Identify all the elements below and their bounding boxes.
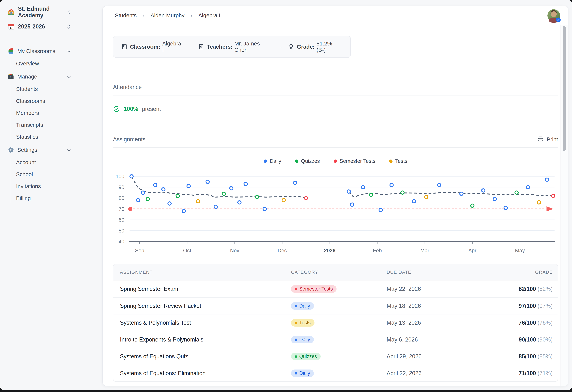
breadcrumb-item-algebra-i: Algebra I [198,12,220,18]
school-year: 2025-2026 [18,23,45,30]
breadcrumb-row: StudentsAiden MurphyAlgebra I [103,6,568,25]
section-divider [113,95,558,95]
section-divider [113,147,558,148]
sidebar-item-overview[interactable]: Overview [16,59,102,68]
classroom-label: Classroom: [130,44,160,50]
sidebar-item-classrooms[interactable]: Classrooms [16,97,102,106]
svg-text:Dec: Dec [278,248,287,253]
grade-cell: 90/100(90%) [487,336,558,343]
svg-text:50: 50 [119,228,124,234]
table-row[interactable]: Systems & Polynomials TestTestsMay 13, 2… [113,314,558,331]
sidebar-item-billing[interactable]: Billing [16,194,102,203]
breadcrumb-item-aiden-murphy[interactable]: Aiden Murphy [150,12,185,18]
grade-value: 81.2% (B-) [317,40,343,53]
verified-badge-icon [556,17,561,22]
category-cell: Daily [291,336,387,344]
grade-percent: (71%) [538,370,553,377]
column-header-grade: GRADE [487,270,558,275]
grade-percent: (90%) [538,336,553,343]
nav-group-my-classrooms[interactable]: My Classrooms [8,46,71,56]
books-icon [8,48,14,54]
grade-label: Grade: [297,44,315,50]
table-row[interactable]: Intro to Exponents & PolynomialsDailyMay… [113,331,558,348]
sidebar-nav: My ClassroomsOverviewManageStudentsClass… [8,46,102,203]
due-date: May 13, 2026 [387,319,487,326]
avatar[interactable] [547,9,560,22]
legend-item-tests[interactable]: Tests [389,158,407,164]
legend-label: Tests [395,158,407,164]
column-header-due-date: DUE DATE [387,270,487,275]
chevron-down-icon [67,148,71,152]
breadcrumb-item-students[interactable]: Students [115,12,137,18]
svg-text:17: 17 [10,26,13,29]
assignments-heading: Assignments [113,136,145,143]
table-header: ASSIGNMENT CATEGORY DUE DATE GRADE [113,264,558,280]
nav-subgroup-manage: StudentsClassroomsMembersTranscriptsStat… [10,85,102,141]
due-date: May 18, 2026 [387,303,487,309]
sidebar-item-statistics[interactable]: Statistics [16,133,102,141]
org-selector[interactable]: St. Edmund Academy [8,7,71,17]
print-button[interactable]: Print [537,136,558,143]
table-row[interactable]: Spring Semester ExamSemester TestsMay 22… [113,280,558,297]
legend-dot-icon [295,160,299,163]
legend-item-semester[interactable]: Semester Tests [334,158,375,164]
chevrons-up-down-icon [66,23,71,30]
nav-group-settings[interactable]: Settings [8,145,71,155]
sidebar-item-account[interactable]: Account [16,158,102,167]
sidebar-item-members[interactable]: Members [16,108,102,117]
category-dot-icon [295,372,297,375]
sidebar-divider [0,38,81,38]
category-cell: Semester Tests [291,285,387,293]
category-badge: Daily [291,336,314,343]
category-dot-icon [295,305,297,307]
grade-percent: (82%) [538,286,553,292]
chevrons-up-down-icon [67,9,71,15]
award-icon [288,44,294,50]
assignment-name: Systems of Equations: Elimination [113,370,291,377]
school-year-selector[interactable]: 17 2025-2026 [8,22,71,31]
category-cell: Quizzes [291,352,387,360]
svg-text:40: 40 [119,239,124,244]
nav-group-label: Manage [17,74,37,80]
category-dot-icon [295,339,297,341]
assignment-name: Intro to Exponents & Polynomials [113,336,291,343]
table-row[interactable]: Spring Semester Review PacketDailyMay 18… [113,297,558,314]
nav-group-label: My Classrooms [17,48,55,54]
scrollbar-thumb[interactable] [563,26,566,151]
svg-text:Nov: Nov [230,248,239,253]
content-card: StudentsAiden MurphyAlgebra I Classroom:… [102,6,568,386]
nav-subgroup-my-classrooms: Overview [10,59,102,68]
grade-score: 71/100 [519,370,536,377]
org-name: St. Edmund Academy [18,5,67,19]
svg-text:Apr: Apr [468,248,476,253]
card-box-icon [8,73,14,80]
id-card-icon [198,44,204,50]
table-row[interactable]: Systems of Equations QuizQuizzesApril 29… [113,348,558,365]
assignments-table: ASSIGNMENT CATEGORY DUE DATE GRADE Sprin… [113,264,558,382]
sidebar-item-school[interactable]: School [16,170,102,179]
table-row[interactable]: Systems of Equations: EliminationDailyAp… [113,365,558,381]
grades-chart: 405060708090100SepOctNovDec2026FebMarApr… [113,173,558,256]
category-cell: Daily [291,369,387,377]
chevron-down-icon [67,49,71,53]
chart-legend: DailyQuizzesSemester TestsTests [113,158,558,164]
due-date: May 6, 2026 [387,336,487,343]
main-area: StudentsAiden MurphyAlgebra I Classroom:… [102,0,572,390]
legend-item-daily[interactable]: Daily [264,158,281,164]
due-date: April 22, 2026 [387,370,487,377]
sidebar-item-transcripts[interactable]: Transcripts [16,121,102,129]
category-badge: Tests [291,319,314,327]
teachers-value: Mr. James Chen [234,40,274,53]
grade-score: 82/100 [519,286,536,292]
nav-group-manage[interactable]: Manage [8,72,71,81]
attendance-percent: 100% [124,106,138,112]
breadcrumb: StudentsAiden MurphyAlgebra I [115,12,220,18]
legend-label: Quizzes [301,158,320,164]
scrollbar-track[interactable] [560,25,568,386]
sidebar-item-invitations[interactable]: Invitations [16,182,102,191]
nav-subgroup-settings: AccountSchoolInvitationsBilling [10,158,102,203]
sidebar-item-students[interactable]: Students [16,85,102,93]
grade-score: 85/100 [519,353,536,360]
legend-item-quizzes[interactable]: Quizzes [295,158,320,164]
svg-text:Sep: Sep [135,248,144,253]
